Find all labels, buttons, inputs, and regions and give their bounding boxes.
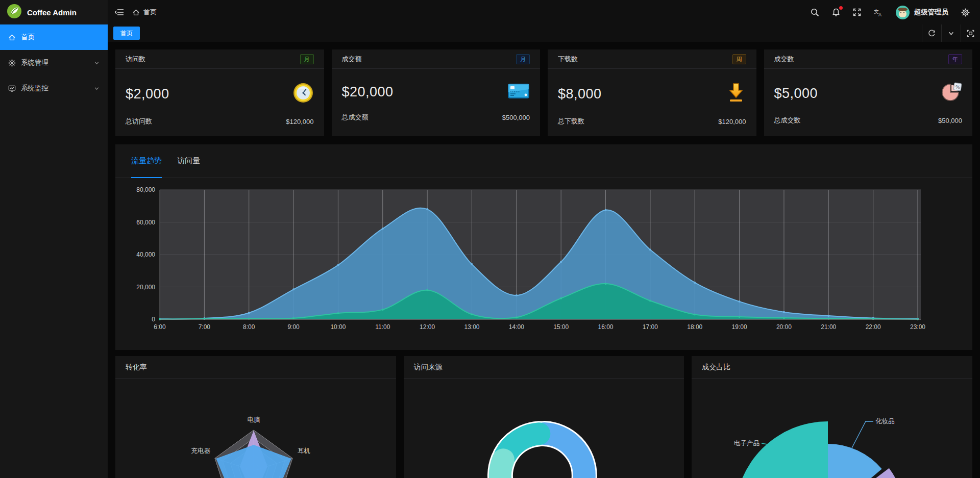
svg-text:电子产品: 电子产品 xyxy=(734,440,760,447)
card-title: 成交数 xyxy=(774,55,794,64)
gauge-clock-icon xyxy=(292,82,314,106)
sidebar-item-label: 系统监控 xyxy=(21,84,48,93)
avatar xyxy=(896,6,910,19)
layout-expand-icon[interactable] xyxy=(961,24,980,42)
sidebar-menu: 首页 系统管理 系统监控 xyxy=(0,24,108,101)
card-title: 访问来源 xyxy=(404,356,684,379)
breadcrumb[interactable]: 首页 xyxy=(132,8,157,17)
svg-text:10:00: 10:00 xyxy=(330,323,346,331)
sidebar-item-home[interactable]: 首页 xyxy=(0,24,108,50)
notification-dot xyxy=(839,6,843,10)
pie-percent-icon: % xyxy=(941,82,962,105)
period-badge: 年 xyxy=(948,54,962,64)
card-footer-value: $120,000 xyxy=(286,118,313,125)
card-title: 转化率 xyxy=(115,356,396,379)
card-footer-value: $50,000 xyxy=(938,117,962,124)
svg-text:6:00: 6:00 xyxy=(154,323,166,331)
tab-traffic-trend[interactable]: 流量趋势 xyxy=(131,144,162,178)
card-value: $5,000 xyxy=(774,86,818,102)
period-badge: 月 xyxy=(300,54,314,64)
svg-text:23:00: 23:00 xyxy=(910,323,925,331)
svg-text:%: % xyxy=(955,84,960,90)
card-title: 成交额 xyxy=(342,55,362,64)
svg-text:22:00: 22:00 xyxy=(866,323,881,331)
sidebar: Coffee Admin 首页 系统管理 xyxy=(0,0,108,478)
svg-text:7:00: 7:00 xyxy=(199,323,211,331)
card-value: $20,000 xyxy=(342,84,394,100)
svg-text:0: 0 xyxy=(152,316,155,323)
trend-chart-card: 流量趋势 访问量 020,00040,00060,00080,0006:007:… xyxy=(115,144,972,350)
svg-text:19:00: 19:00 xyxy=(732,323,747,331)
svg-text:60,000: 60,000 xyxy=(136,219,155,226)
deal-share-card: 成交占比 电子产品化妆品 xyxy=(692,356,972,478)
card-footer-label: 总成交额 xyxy=(342,113,369,122)
svg-text:17:00: 17:00 xyxy=(643,323,658,331)
svg-text:15:00: 15:00 xyxy=(553,323,569,331)
svg-text:A: A xyxy=(878,12,881,17)
app-title: Coffee Admin xyxy=(27,8,77,17)
card-title: 成交占比 xyxy=(692,356,972,379)
stat-cards-row: 访问数 月 $2,000 xyxy=(115,49,972,136)
sidebar-item-system-monitor[interactable]: 系统监控 xyxy=(0,76,108,101)
gear-icon xyxy=(8,59,16,67)
menu-fold-icon[interactable] xyxy=(115,8,124,16)
svg-text:充电器: 充电器 xyxy=(191,447,211,455)
bottom-cards-row: 转化率 电脑耳机充电器 访问来源 成交占比 电子产品化妆品 xyxy=(115,356,972,478)
svg-text:20,000: 20,000 xyxy=(136,284,155,291)
fullscreen-icon[interactable] xyxy=(853,8,861,16)
breadcrumb-home-label: 首页 xyxy=(143,8,157,17)
download-icon xyxy=(726,82,746,106)
stat-card-turnover: 成交额 月 $20,000 xyxy=(332,49,541,136)
card-value: $2,000 xyxy=(126,86,169,102)
card-value: $8,000 xyxy=(558,86,602,102)
card-footer-value: $120,000 xyxy=(718,118,746,125)
svg-text:耳机: 耳机 xyxy=(298,447,310,455)
chevron-down-icon xyxy=(94,86,100,91)
coffee-admin-logo-icon xyxy=(7,4,22,21)
visit-source-card: 访问来源 xyxy=(404,356,684,478)
rose-pie-chart: 电子产品化妆品 xyxy=(692,379,972,478)
trend-chart-tabs: 流量趋势 访问量 xyxy=(115,144,972,178)
refresh-icon[interactable] xyxy=(922,24,941,42)
svg-text:11:00: 11:00 xyxy=(375,323,390,331)
search-icon[interactable] xyxy=(811,8,819,17)
chevron-down-icon[interactable] xyxy=(941,24,961,42)
area-chart: 020,00040,00060,00080,0006:007:008:009:0… xyxy=(115,178,972,349)
user-menu[interactable]: 超级管理员 xyxy=(896,6,949,19)
stat-card-deals: 成交数 年 $5,000 % 总成交数 xyxy=(764,49,973,136)
page-tabs-bar: 首页 xyxy=(108,24,980,42)
svg-text:21:00: 21:00 xyxy=(821,323,836,331)
svg-text:18:00: 18:00 xyxy=(687,323,702,331)
card-footer-label: 总访问数 xyxy=(126,117,152,126)
bell-icon[interactable] xyxy=(832,8,840,17)
credit-card-icon xyxy=(507,82,530,102)
translate-icon[interactable]: 文A xyxy=(874,8,883,17)
dashboard-screen: Coffee Admin 首页 系统管理 xyxy=(0,0,980,478)
main-content: 访问数 月 $2,000 xyxy=(108,42,980,478)
svg-text:化妆品: 化妆品 xyxy=(875,418,895,425)
tab-tools xyxy=(922,24,980,42)
home-icon xyxy=(8,34,16,41)
tab-home[interactable]: 首页 xyxy=(113,27,140,40)
sidebar-item-label: 系统管理 xyxy=(21,58,48,67)
svg-text:80,000: 80,000 xyxy=(136,186,155,193)
svg-text:20:00: 20:00 xyxy=(776,323,792,331)
stat-card-downloads: 下载数 周 $8,000 总下载数 $120,000 xyxy=(548,49,756,136)
svg-text:16:00: 16:00 xyxy=(598,323,614,331)
username: 超级管理员 xyxy=(914,8,949,17)
logo[interactable]: Coffee Admin xyxy=(0,0,108,24)
card-title: 访问数 xyxy=(126,55,145,64)
card-footer-label: 总成交数 xyxy=(774,116,801,125)
chevron-down-icon xyxy=(94,60,100,66)
svg-text:40,000: 40,000 xyxy=(136,251,155,258)
tab-visit-volume[interactable]: 访问量 xyxy=(177,144,200,178)
svg-text:13:00: 13:00 xyxy=(464,323,479,331)
topbar: 首页 文A 超级管理员 xyxy=(108,0,980,24)
settings-gear-icon[interactable] xyxy=(961,8,970,17)
svg-text:8:00: 8:00 xyxy=(243,323,255,331)
period-badge: 月 xyxy=(516,54,530,64)
sidebar-item-system-admin[interactable]: 系统管理 xyxy=(0,50,108,76)
conversion-rate-card: 转化率 电脑耳机充电器 xyxy=(115,356,396,478)
svg-text:12:00: 12:00 xyxy=(420,323,435,331)
donut-chart xyxy=(404,379,684,478)
